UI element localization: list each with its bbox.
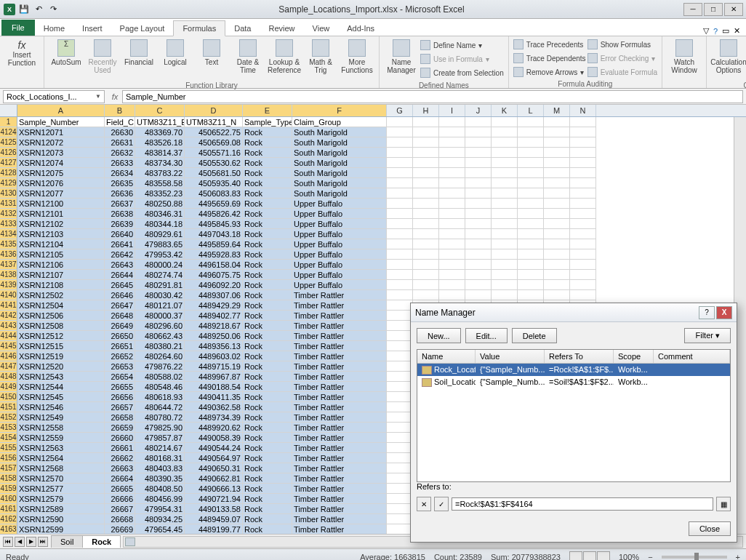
cell[interactable]: Rock bbox=[243, 351, 292, 361]
cell[interactable] bbox=[413, 239, 439, 249]
cell[interactable]: 4489459.07 bbox=[185, 514, 243, 524]
cell[interactable] bbox=[492, 280, 518, 290]
cell[interactable] bbox=[387, 209, 413, 219]
cell[interactable]: 4489199.77 bbox=[185, 524, 243, 534]
cell[interactable] bbox=[570, 158, 596, 168]
cell[interactable] bbox=[518, 117, 544, 127]
cell[interactable] bbox=[465, 290, 492, 300]
edit-button[interactable]: Edit... bbox=[465, 328, 508, 343]
cell[interactable] bbox=[387, 168, 413, 178]
col-header-L[interactable]: L bbox=[518, 105, 544, 116]
name-box[interactable]: Rock_Locations_I...▼ bbox=[3, 90, 105, 103]
cell[interactable] bbox=[387, 402, 413, 412]
cell[interactable]: 4489967.87 bbox=[185, 372, 243, 382]
cell[interactable]: 4496158.04 bbox=[185, 260, 243, 270]
cell[interactable]: XSRN12103 bbox=[17, 229, 105, 239]
remove-arrows-button[interactable]: Remove Arrows ▾ bbox=[513, 65, 586, 79]
cell[interactable]: XSRN12075 bbox=[17, 168, 105, 178]
fx-icon[interactable]: fx bbox=[108, 92, 122, 101]
cell[interactable]: 26645 bbox=[105, 280, 135, 290]
cell[interactable] bbox=[387, 484, 413, 494]
cell[interactable] bbox=[544, 219, 570, 229]
cell[interactable] bbox=[544, 178, 570, 188]
cell[interactable]: 4489603.02 bbox=[185, 351, 243, 361]
cell[interactable]: 480346.31 bbox=[135, 209, 185, 219]
cell[interactable] bbox=[518, 219, 544, 229]
cell[interactable] bbox=[439, 229, 465, 239]
cell[interactable]: Upper Buffalo bbox=[292, 249, 387, 260]
cell[interactable]: XSRN12599 bbox=[17, 524, 105, 534]
cell[interactable]: XSRN12106 bbox=[17, 260, 105, 270]
cell[interactable]: XSRN12073 bbox=[17, 148, 105, 158]
insert-function-button[interactable]: fxInsert Function bbox=[4, 38, 39, 80]
cell[interactable]: 4496075.75 bbox=[185, 270, 243, 280]
cell[interactable] bbox=[387, 178, 413, 188]
cell[interactable]: XSRN12502 bbox=[17, 290, 105, 300]
ribbon-tab-data[interactable]: Data bbox=[225, 21, 260, 36]
cell[interactable]: Upper Buffalo bbox=[292, 219, 387, 229]
new-button[interactable]: New... bbox=[417, 328, 461, 343]
cell[interactable]: Rock bbox=[243, 270, 292, 280]
cell[interactable]: 26647 bbox=[105, 300, 135, 311]
row-header[interactable]: 4127 bbox=[0, 158, 17, 168]
cell[interactable]: Rock bbox=[243, 300, 292, 311]
cell[interactable] bbox=[387, 127, 413, 137]
cell[interactable] bbox=[387, 199, 413, 209]
normal-view-icon[interactable] bbox=[569, 551, 582, 561]
cell[interactable]: Timber Rattler bbox=[292, 382, 387, 392]
cell[interactable]: 4489734.39 bbox=[185, 412, 243, 423]
cell[interactable] bbox=[570, 290, 596, 300]
cell[interactable]: 480403.83 bbox=[135, 463, 185, 473]
cell[interactable]: Upper Buffalo bbox=[292, 209, 387, 219]
cell[interactable]: 479876.22 bbox=[135, 361, 185, 372]
col-refers[interactable]: Refers To bbox=[545, 350, 614, 363]
cell[interactable]: South Marigold bbox=[292, 168, 387, 178]
cell[interactable]: 26667 bbox=[105, 504, 135, 514]
col-header-B[interactable]: B bbox=[105, 105, 135, 116]
cell[interactable]: 4506569.08 bbox=[185, 137, 243, 148]
cell[interactable] bbox=[465, 260, 492, 270]
trace-precedents-button[interactable]: Trace Precedents bbox=[513, 38, 586, 51]
cell[interactable] bbox=[439, 290, 465, 300]
cell[interactable]: Rock bbox=[243, 249, 292, 260]
cell[interactable]: 26644 bbox=[105, 270, 135, 280]
cell[interactable]: 4496092.20 bbox=[185, 280, 243, 290]
cell[interactable]: XSRN12545 bbox=[17, 392, 105, 402]
cell[interactable]: 26669 bbox=[105, 524, 135, 534]
cell[interactable] bbox=[387, 341, 413, 351]
show-formulas-button[interactable]: Show Formulas bbox=[587, 38, 657, 51]
cell[interactable] bbox=[518, 148, 544, 158]
cell[interactable]: 4490666.13 bbox=[185, 484, 243, 494]
col-header-H[interactable]: H bbox=[413, 105, 439, 116]
cell[interactable] bbox=[387, 239, 413, 249]
minimize-ribbon-icon[interactable]: ▽ bbox=[703, 26, 709, 36]
row-header[interactable]: 4141 bbox=[0, 300, 17, 311]
cell[interactable]: XSRN12506 bbox=[17, 311, 105, 321]
cell[interactable]: XSRN12570 bbox=[17, 473, 105, 484]
cell[interactable] bbox=[387, 260, 413, 270]
cell[interactable]: 4489218.67 bbox=[185, 321, 243, 331]
col-scope[interactable]: Scope bbox=[614, 350, 654, 363]
cell[interactable]: Timber Rattler bbox=[292, 290, 387, 300]
cell[interactable] bbox=[387, 321, 413, 331]
cell[interactable]: 4490564.97 bbox=[185, 453, 243, 463]
col-header-F[interactable]: F bbox=[292, 105, 387, 116]
cell[interactable]: 26635 bbox=[105, 178, 135, 188]
cell[interactable] bbox=[492, 148, 518, 158]
cell[interactable] bbox=[387, 300, 413, 311]
cell[interactable]: Rock bbox=[243, 148, 292, 158]
cell[interactable] bbox=[465, 280, 492, 290]
cell[interactable] bbox=[544, 148, 570, 158]
tab-next-icon[interactable]: ▶ bbox=[26, 537, 36, 547]
cell[interactable]: Upper Buffalo bbox=[292, 229, 387, 239]
cell[interactable]: Timber Rattler bbox=[292, 453, 387, 463]
cell[interactable]: Rock bbox=[243, 137, 292, 148]
cell[interactable] bbox=[439, 260, 465, 270]
recently-used-button[interactable]: Recently Used bbox=[85, 38, 120, 80]
cell[interactable]: 26668 bbox=[105, 514, 135, 524]
cell[interactable]: 4490362.58 bbox=[185, 402, 243, 412]
cell[interactable] bbox=[570, 127, 596, 137]
refers-cancel-icon[interactable]: ✕ bbox=[417, 497, 431, 511]
cell[interactable] bbox=[570, 280, 596, 290]
delete-button[interactable]: Delete bbox=[512, 328, 557, 343]
